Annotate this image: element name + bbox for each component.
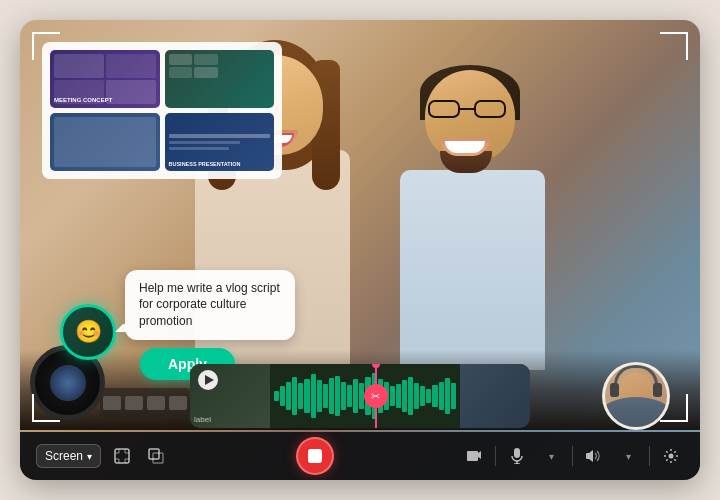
toolbar-left: Screen ▾ xyxy=(36,443,169,469)
volume-chevron-icon[interactable]: ▾ xyxy=(615,443,641,469)
corner-bracket-bl xyxy=(32,394,60,422)
play-icon[interactable] xyxy=(198,370,218,390)
mic-icon[interactable] xyxy=(504,443,530,469)
divider-3 xyxy=(649,446,650,466)
svg-rect-3 xyxy=(514,448,520,458)
crop-icon[interactable] xyxy=(143,443,169,469)
template-thumb-meeting[interactable]: MEETING CONCEPT xyxy=(50,50,160,108)
toolbar-right: ▾ ▾ xyxy=(461,443,684,469)
svg-rect-0 xyxy=(115,449,129,463)
screen-label: Screen xyxy=(45,449,83,463)
templates-panel: MEETING CONCEPT BUSINESS PRESENTATION xyxy=(42,42,282,179)
toolbar-center xyxy=(296,437,334,475)
template-label-meeting: MEETING CONCEPT xyxy=(54,97,112,104)
template-label-business: BUSINESS PRESENTATION xyxy=(169,161,241,167)
ai-prompt-text: Help me write a vlog script for corporat… xyxy=(139,281,280,329)
playhead[interactable]: ✂ xyxy=(375,364,377,428)
divider-2 xyxy=(572,446,573,466)
divider-1 xyxy=(495,446,496,466)
mic-chevron-icon[interactable]: ▾ xyxy=(538,443,564,469)
svg-rect-2 xyxy=(153,453,163,463)
volume-icon[interactable] xyxy=(581,443,607,469)
main-container: MEETING CONCEPT BUSINESS PRESENTATION 😊 xyxy=(20,20,700,480)
svg-rect-1 xyxy=(149,449,159,459)
corner-bracket-tr xyxy=(660,32,688,60)
rec-dot xyxy=(308,449,322,463)
settings-icon[interactable] xyxy=(658,443,684,469)
smile-emoji: 😊 xyxy=(75,319,102,345)
template-thumb-office[interactable] xyxy=(50,113,160,171)
timeline-thumb-right xyxy=(460,364,530,428)
chevron-down-icon: ▾ xyxy=(87,451,92,462)
svg-point-6 xyxy=(669,454,674,459)
screen-select-button[interactable]: Screen ▾ xyxy=(36,444,101,468)
camera-toggle-icon[interactable] xyxy=(461,443,487,469)
timeline-waveform[interactable]: ✂ xyxy=(270,364,460,428)
bottom-toolbar: Screen ▾ xyxy=(20,432,700,480)
corner-bracket-br xyxy=(660,394,688,422)
corner-bracket-tl xyxy=(32,32,60,60)
template-thumb-business[interactable]: BUSINESS PRESENTATION xyxy=(165,113,275,171)
smile-indicator: 😊 xyxy=(60,304,116,360)
cut-icon[interactable]: ✂ xyxy=(364,384,388,408)
ai-prompt-bubble: Help me write a vlog script for corporat… xyxy=(125,270,295,340)
video-label: label xyxy=(194,415,211,424)
timeline-strip[interactable]: label xyxy=(190,364,530,428)
template-thumb-grid[interactable] xyxy=(165,50,275,108)
fullscreen-toggle-icon[interactable] xyxy=(109,443,135,469)
timeline-thumb-left: label xyxy=(190,364,270,428)
rec-button[interactable] xyxy=(296,437,334,475)
bubble-arrow xyxy=(115,320,127,332)
